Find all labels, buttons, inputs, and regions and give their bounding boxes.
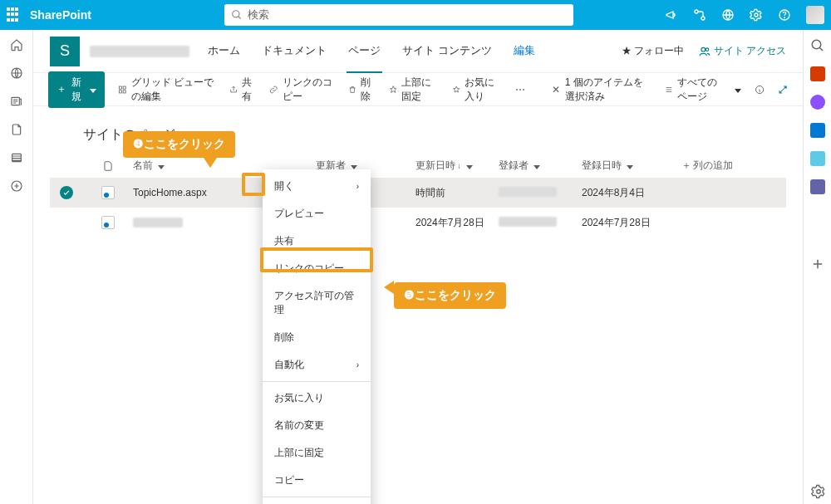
- cmd-grid-edit[interactable]: グリッド ビューでの編集: [118, 76, 216, 104]
- svg-line-1: [238, 17, 241, 19]
- cmd-more[interactable]: ⋯: [515, 84, 525, 95]
- svg-point-21: [817, 490, 821, 494]
- createdby-redacted: [499, 187, 557, 197]
- help-icon[interactable]: [778, 8, 791, 22]
- ctx-open[interactable]: 開く›: [263, 173, 371, 200]
- nav-home[interactable]: ホーム: [206, 30, 242, 73]
- nav-pages[interactable]: ページ: [347, 30, 382, 73]
- rail-app2[interactable]: [810, 95, 825, 110]
- ctx-versions[interactable]: バージョン履歴: [263, 500, 371, 504]
- svg-rect-18: [119, 90, 121, 92]
- add-rail-icon[interactable]: [10, 179, 23, 193]
- news-icon[interactable]: [10, 95, 23, 108]
- svg-point-14: [701, 47, 706, 51]
- expand-icon[interactable]: [778, 83, 788, 96]
- list-icon: [665, 84, 673, 95]
- cmd-delete[interactable]: 削除: [348, 76, 376, 104]
- ctx-pin[interactable]: 上部に固定: [263, 439, 371, 467]
- share-icon: [229, 84, 238, 95]
- cmd-share[interactable]: 共有: [229, 76, 257, 104]
- svg-line-13: [819, 47, 823, 51]
- grid-icon: [118, 84, 127, 95]
- cmd-delete-label: 削除: [361, 76, 376, 104]
- table-row[interactable]: 2024年7月28日 2024年7月28日: [50, 208, 786, 237]
- trash-icon: [348, 84, 356, 95]
- view-switcher[interactable]: すべてのページ: [665, 76, 740, 104]
- follow-label: フォロー中: [634, 45, 684, 56]
- ctx-preview[interactable]: プレビュー: [263, 200, 371, 228]
- row-selected-check[interactable]: [60, 186, 73, 199]
- cmd-fav-label: お気に入り: [465, 76, 502, 104]
- list-rail-icon[interactable]: [10, 151, 23, 164]
- cmd-share-label: 共有: [242, 76, 257, 104]
- nav-contents[interactable]: サイト コンテンツ: [401, 30, 494, 73]
- ctx-copylink[interactable]: リンクのコピー: [263, 255, 371, 282]
- site-name-redacted: [90, 46, 189, 57]
- doc-header-icon: [102, 160, 114, 172]
- rail-app1[interactable]: [810, 66, 825, 81]
- settings-icon[interactable]: [750, 8, 763, 22]
- cmd-favorite[interactable]: お気に入り: [452, 76, 502, 104]
- site-access-label: サイト アクセス: [714, 45, 786, 56]
- svg-point-0: [233, 11, 239, 17]
- rail-app3[interactable]: [810, 123, 825, 138]
- rail-search-icon[interactable]: [810, 38, 825, 53]
- row-created: 2024年8月4日: [582, 186, 681, 200]
- row-modified: 時間前: [416, 186, 499, 200]
- ctx-automate[interactable]: 自動化›: [263, 351, 371, 379]
- star-icon: [452, 84, 460, 95]
- megaphone-icon[interactable]: [665, 8, 678, 22]
- col-modified-header[interactable]: 更新日時 ↓: [416, 159, 499, 173]
- cmd-pin[interactable]: 上部に固定: [389, 76, 439, 104]
- createdby-redacted: [499, 217, 557, 227]
- flow-icon[interactable]: [693, 8, 706, 22]
- cmd-grid-label: グリッド ビューでの編集: [131, 76, 216, 104]
- rail-app4[interactable]: [810, 151, 825, 166]
- link-icon: [269, 84, 278, 95]
- settings-corner-icon[interactable]: [811, 484, 826, 499]
- app-launcher-icon[interactable]: [7, 7, 22, 22]
- svg-point-15: [706, 48, 709, 51]
- ctx-manage-access[interactable]: アクセス許可の管理: [263, 282, 371, 324]
- user-avatar[interactable]: [806, 6, 824, 24]
- globe-rail-icon[interactable]: [10, 66, 23, 80]
- callout-4: ❹ここをクリック: [123, 131, 235, 158]
- callout-4-text: ❹ここをクリック: [133, 137, 225, 150]
- ctx-delete[interactable]: 削除: [263, 324, 371, 351]
- row-name[interactable]: TopicHome.aspx: [133, 187, 207, 198]
- rail-add-icon[interactable]: [810, 257, 825, 272]
- site-access-button[interactable]: サイト アクセス: [699, 44, 786, 58]
- nav-documents[interactable]: ドキュメント: [260, 30, 328, 73]
- ctx-copy[interactable]: コピー: [263, 467, 371, 494]
- table-row[interactable]: TopicHome.aspx ⋯ 時間前 2024年8月4日: [50, 178, 786, 208]
- svg-point-5: [755, 13, 758, 17]
- follow-toggle[interactable]: ★ フォロー中: [622, 44, 684, 58]
- callout-5: ❺ここをクリック: [394, 282, 506, 309]
- search-box[interactable]: 検索: [224, 4, 573, 26]
- info-icon[interactable]: [755, 83, 765, 96]
- page-icon: [101, 186, 115, 199]
- col-createdby-header[interactable]: 登録者: [499, 159, 582, 173]
- svg-point-3: [701, 17, 705, 20]
- context-menu: 開く› プレビュー 共有 リンクのコピー アクセス許可の管理 削除 自動化› お…: [263, 169, 371, 504]
- search-icon: [231, 9, 243, 21]
- ctx-share[interactable]: 共有: [263, 228, 371, 255]
- nav-edit[interactable]: 編集: [512, 30, 537, 73]
- brand-name: SharePoint: [30, 8, 91, 22]
- col-created-header[interactable]: 登録日時: [582, 159, 681, 173]
- globe-icon[interactable]: [721, 8, 735, 22]
- cmd-copylink[interactable]: リンクのコピー: [269, 76, 334, 104]
- view-label: すべてのページ: [677, 76, 726, 104]
- selection-info[interactable]: ✕ 1 個のアイテムを選択済み: [552, 76, 652, 104]
- col-add-header[interactable]: ＋ 列の追加: [681, 159, 756, 173]
- home-icon[interactable]: [10, 38, 23, 51]
- rail-app5[interactable]: [810, 179, 825, 194]
- file-rail-icon[interactable]: [10, 123, 23, 136]
- ctx-rename[interactable]: 名前の変更: [263, 412, 371, 439]
- new-label: 新規: [71, 76, 81, 104]
- svg-point-12: [812, 40, 821, 49]
- new-button[interactable]: ＋ 新規: [48, 71, 105, 108]
- search-placeholder: 検索: [248, 7, 269, 22]
- callout-5-text: ❺ここをクリック: [404, 288, 496, 301]
- ctx-favorite[interactable]: お気に入り: [263, 384, 371, 412]
